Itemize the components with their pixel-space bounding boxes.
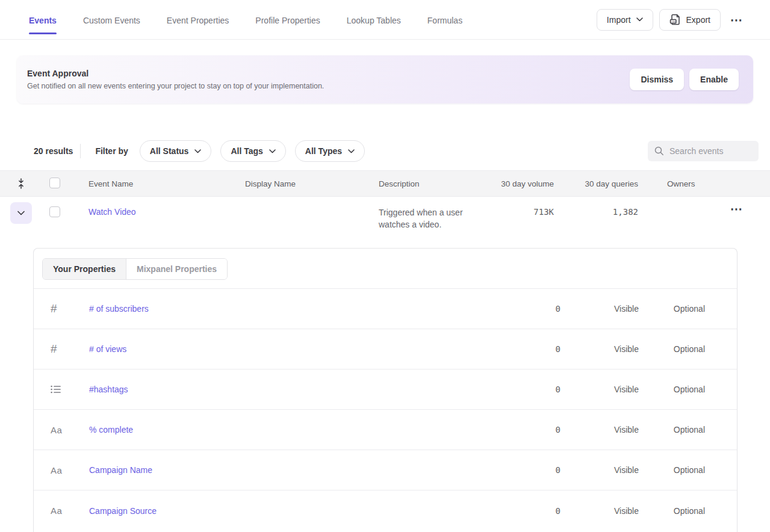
banner-description: Get notified on all new events entering … bbox=[27, 82, 630, 90]
property-requirement: Optional bbox=[639, 385, 705, 394]
property-sample-count: 0 bbox=[512, 506, 560, 516]
search-box bbox=[648, 141, 759, 161]
top-nav: Events Custom Events Event Properties Pr… bbox=[0, 0, 770, 40]
row-checkbox[interactable] bbox=[49, 206, 60, 217]
property-row: Aa Campaign Source 0 Visible Optional bbox=[34, 490, 737, 531]
event-name-link[interactable]: Watch Video bbox=[88, 197, 136, 217]
filter-by-label: Filter by bbox=[95, 146, 128, 156]
property-requirement: Optional bbox=[639, 506, 705, 516]
number-icon: # bbox=[34, 302, 89, 315]
property-name-link[interactable]: # of views bbox=[89, 344, 126, 354]
collapse-all-icon[interactable] bbox=[0, 178, 42, 189]
property-name-link[interactable]: # of subscribers bbox=[89, 304, 149, 314]
property-requirement: Optional bbox=[639, 465, 705, 475]
tab-your-properties[interactable]: Your Properties bbox=[43, 259, 126, 279]
chevron-down-icon bbox=[269, 149, 276, 153]
text-icon: Aa bbox=[34, 465, 89, 475]
dismiss-button[interactable]: Dismiss bbox=[630, 69, 684, 90]
number-icon: # bbox=[34, 342, 89, 356]
status-filter-dropdown[interactable]: All Status bbox=[140, 140, 212, 162]
properties-panel: Your Properties Mixpanel Properties # # … bbox=[33, 248, 737, 532]
svg-text:csv: csv bbox=[671, 20, 676, 23]
property-visibility: Visible bbox=[560, 425, 639, 435]
property-sample-count: 0 bbox=[512, 465, 560, 475]
property-visibility: Visible bbox=[560, 385, 639, 394]
search-input[interactable] bbox=[669, 146, 752, 156]
queries-cell: 1,382 bbox=[554, 197, 638, 217]
property-row: # # of views 0 Visible Optional bbox=[34, 329, 737, 370]
property-visibility: Visible bbox=[560, 465, 639, 475]
property-sample-count: 0 bbox=[512, 425, 560, 435]
property-row: # # of subscribers 0 Visible Optional bbox=[34, 289, 737, 329]
tab-custom-events[interactable]: Custom Events bbox=[83, 1, 140, 39]
divider bbox=[80, 144, 81, 158]
tab-profile-properties[interactable]: Profile Properties bbox=[255, 1, 320, 39]
import-button-label: Import bbox=[607, 15, 631, 25]
header-description: Description bbox=[379, 179, 494, 188]
property-name-link[interactable]: #hashtags bbox=[89, 385, 128, 394]
description-cell: Triggered when a user watches a video. bbox=[379, 197, 481, 230]
import-button[interactable]: Import bbox=[597, 9, 653, 31]
property-sample-count: 0 bbox=[512, 304, 560, 314]
types-filter-dropdown[interactable]: All Types bbox=[295, 140, 365, 162]
chevron-down-icon bbox=[194, 149, 201, 153]
properties-tab-group: Your Properties Mixpanel Properties bbox=[42, 258, 228, 280]
export-button-label: Export bbox=[686, 15, 710, 25]
property-name-link[interactable]: Campaign Source bbox=[89, 506, 157, 516]
property-requirement: Optional bbox=[639, 304, 705, 314]
chevron-down-icon bbox=[348, 149, 355, 153]
chevron-down-icon bbox=[636, 17, 643, 22]
property-requirement: Optional bbox=[639, 425, 705, 435]
nav-actions: Import csv Export ⋯ bbox=[597, 9, 746, 31]
tags-filter-dropdown[interactable]: All Tags bbox=[220, 140, 285, 162]
property-row: #hashtags 0 Visible Optional bbox=[34, 370, 737, 410]
tab-formulas[interactable]: Formulas bbox=[427, 1, 462, 39]
nav-tabs: Events Custom Events Event Properties Pr… bbox=[29, 1, 597, 39]
text-icon: Aa bbox=[34, 506, 89, 516]
list-icon bbox=[34, 385, 89, 394]
volume-cell: 713K bbox=[494, 197, 554, 217]
property-visibility: Visible bbox=[560, 344, 639, 354]
property-visibility: Visible bbox=[560, 304, 639, 314]
banner-title: Event Approval bbox=[27, 69, 630, 78]
enable-button[interactable]: Enable bbox=[689, 69, 739, 90]
header-volume: 30 day volume bbox=[494, 179, 554, 188]
property-sample-count: 0 bbox=[512, 385, 560, 394]
table-header: Event Name Display Name Description 30 d… bbox=[0, 170, 770, 197]
results-count: 20 results bbox=[34, 146, 73, 156]
property-name-link[interactable]: % complete bbox=[89, 425, 133, 435]
collapse-row-button[interactable] bbox=[10, 202, 32, 224]
property-name-link[interactable]: Campaign Name bbox=[89, 465, 152, 475]
header-owners: Owners bbox=[638, 179, 716, 188]
table-row: Watch Video Triggered when a user watche… bbox=[0, 197, 770, 248]
text-icon: Aa bbox=[34, 425, 89, 435]
tab-mixpanel-properties[interactable]: Mixpanel Properties bbox=[126, 259, 227, 279]
export-button[interactable]: csv Export bbox=[659, 9, 721, 31]
search-icon bbox=[654, 146, 664, 156]
header-display-name: Display Name bbox=[245, 179, 379, 188]
tab-events[interactable]: Events bbox=[29, 1, 57, 39]
filter-row: 20 results Filter by All Status All Tags… bbox=[34, 140, 759, 162]
tab-event-properties[interactable]: Event Properties bbox=[167, 1, 229, 39]
tab-lookup-tables[interactable]: Lookup Tables bbox=[347, 1, 401, 39]
select-all-checkbox[interactable] bbox=[49, 178, 60, 188]
property-visibility: Visible bbox=[560, 506, 639, 516]
nav-overflow-menu-icon[interactable]: ⋯ bbox=[727, 14, 746, 26]
header-event-name: Event Name bbox=[88, 179, 245, 188]
property-row: Aa % complete 0 Visible Optional bbox=[34, 410, 737, 450]
csv-file-icon: csv bbox=[669, 14, 681, 25]
property-requirement: Optional bbox=[639, 344, 705, 354]
property-sample-count: 0 bbox=[512, 344, 560, 354]
chevron-down-icon bbox=[17, 211, 25, 215]
header-queries: 30 day queries bbox=[554, 179, 638, 188]
row-menu-icon[interactable]: ⋯ bbox=[727, 202, 746, 215]
event-approval-banner: Event Approval Get notified on all new e… bbox=[17, 55, 753, 104]
property-row: Aa Campaign Name 0 Visible Optional bbox=[34, 450, 737, 490]
